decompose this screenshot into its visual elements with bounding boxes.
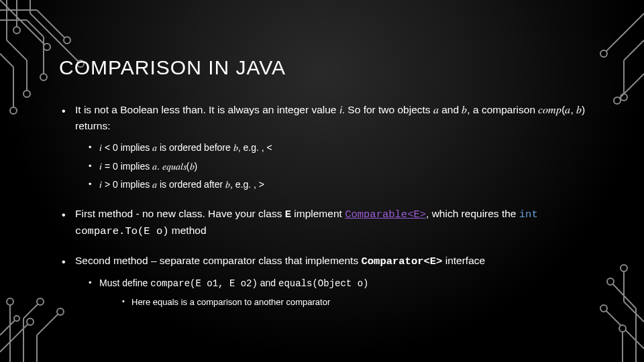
bullet-2-mid1: implement — [291, 208, 345, 219]
bullet-2-class-e: E — [285, 208, 291, 221]
svg-line-31 — [0, 318, 17, 335]
bullet-2-tail: method — [169, 225, 207, 236]
svg-point-20 — [10, 107, 17, 114]
svg-point-22 — [7, 298, 13, 305]
svg-line-47 — [624, 302, 644, 322]
bullet-1: It is not a Boolean less than. It is alw… — [59, 102, 604, 192]
svg-point-42 — [607, 278, 614, 285]
bullet-3-sub-1-mid: and — [258, 278, 278, 288]
svg-line-35 — [624, 40, 644, 60]
svg-point-32 — [14, 316, 19, 321]
bullet-3-pre: Second method – separate comparator clas… — [75, 255, 361, 266]
bullet-3-sub-1: Must define compare(E o1, E o2) and equa… — [75, 276, 604, 309]
svg-point-7 — [13, 27, 20, 34]
equals-method: equals(Object o) — [278, 278, 368, 289]
svg-point-37 — [621, 94, 627, 101]
bullet-3-sub-1-pre: Must define — [99, 278, 150, 288]
compareto-method: compare.To(E o) — [75, 225, 169, 237]
bullet-2: First method - no new class. Have your c… — [59, 206, 604, 239]
bullet-2-mid2: , which requires the — [426, 208, 519, 219]
svg-line-3 — [7, 40, 27, 60]
page-title: COMPARISON IN JAVA — [59, 56, 604, 79]
comparable-link[interactable]: Comparable<E> — [345, 208, 426, 221]
bullet-3-sub-2: Here equals is a comparison to another c… — [99, 296, 604, 309]
bullet-2-pre: First method - no new class. Have your c… — [75, 208, 285, 219]
bullet-1-sub-2: 𝑖 = 0 implies 𝑎. 𝑒𝑞𝑢𝑎𝑙𝑠(𝑏) — [75, 160, 604, 174]
bullet-3: Second method – separate comparator clas… — [59, 253, 604, 309]
svg-point-5 — [23, 90, 30, 97]
svg-point-30 — [27, 318, 34, 325]
svg-point-1 — [44, 44, 50, 50]
svg-line-18 — [0, 54, 13, 67]
bullet-1-text: It is not a Boolean less than. It is alw… — [75, 104, 585, 131]
svg-line-38 — [617, 74, 644, 101]
svg-point-49 — [621, 265, 627, 272]
svg-line-33 — [604, 13, 644, 54]
svg-point-39 — [614, 97, 621, 104]
bullet-1-sub-3: 𝑖 > 0 implies 𝑎 is ordered after 𝑏, e.g.… — [75, 178, 604, 192]
compare-method: compare(E o1, E o2) — [150, 278, 258, 289]
svg-point-10 — [64, 37, 70, 44]
comparator-type: Comparator<E> — [361, 255, 442, 267]
bullet-1-sub-1: 𝑖 < 0 implies 𝑎 is ordered before 𝑏, e.g… — [75, 141, 604, 156]
bullet-list: It is not a Boolean less than. It is alw… — [59, 102, 604, 309]
svg-point-14 — [40, 74, 47, 80]
svg-line-27 — [37, 312, 60, 335]
svg-line-29 — [0, 322, 30, 352]
svg-point-46 — [619, 325, 626, 332]
bullet-3-post: interface — [442, 255, 485, 266]
svg-point-25 — [37, 298, 44, 305]
int-keyword: int — [519, 208, 538, 221]
